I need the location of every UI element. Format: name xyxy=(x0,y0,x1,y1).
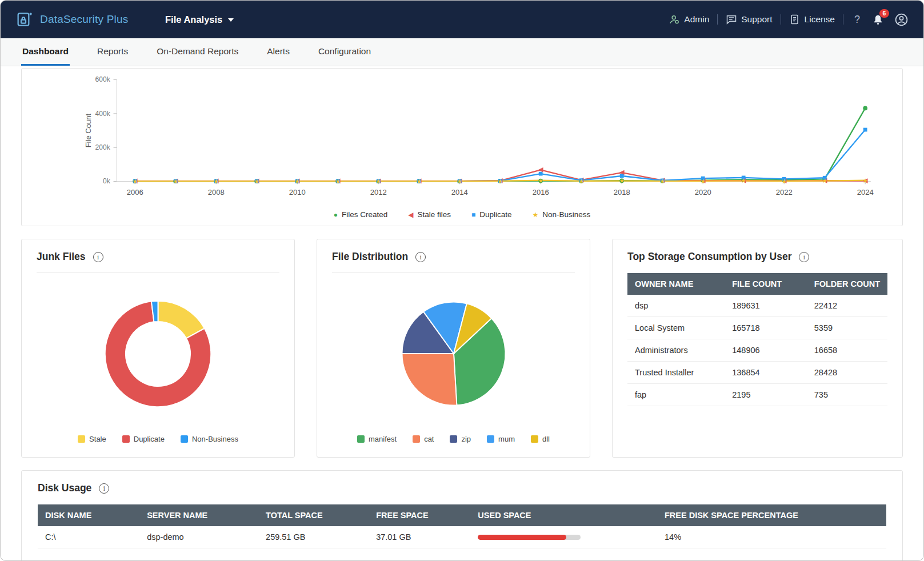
info-icon[interactable] xyxy=(799,252,809,262)
help-icon[interactable] xyxy=(851,14,863,25)
svg-text:2008: 2008 xyxy=(208,188,225,197)
legend-item[interactable]: zip xyxy=(450,435,471,443)
used-space-bar-fill xyxy=(478,535,566,540)
table-cell: 189631 xyxy=(725,295,807,317)
svg-text:★: ★ xyxy=(659,178,665,185)
svg-text:★: ★ xyxy=(173,178,178,185)
tab-dashboard[interactable]: Dashboard xyxy=(21,38,70,66)
top-storage-table-head: OWNER NAMEFILE COUNTFOLDER COUNT xyxy=(627,273,887,295)
svg-text:★: ★ xyxy=(619,177,625,184)
svg-text:2016: 2016 xyxy=(533,188,549,197)
svg-text:★: ★ xyxy=(294,178,300,185)
table-cell: 5359 xyxy=(807,317,887,339)
module-label: File Analysis xyxy=(165,14,222,25)
used-space-bar xyxy=(478,535,581,540)
legend-swatch xyxy=(487,435,494,443)
brand[interactable]: DataSecurity Plus xyxy=(15,10,145,29)
disk-usage-table-head: DISK NAMESERVER NAMETOTAL SPACEFREE SPAC… xyxy=(38,504,886,526)
notification-count-badge: 6 xyxy=(879,9,889,18)
disk-usage-panel: Disk Usage DISK NAMESERVER NAMETOTAL SPA… xyxy=(21,470,903,561)
legend-label: mum xyxy=(498,435,515,443)
star-marker-icon: ★ xyxy=(533,211,539,218)
file-distribution-panel: File Distribution manifestcatzipmumdll xyxy=(317,239,590,458)
legend-item[interactable]: Stale xyxy=(78,435,106,443)
svg-text:★: ★ xyxy=(416,178,422,185)
info-icon[interactable] xyxy=(93,252,103,262)
admin-label: Admin xyxy=(684,14,709,25)
top-storage-panel: Top Storage Consumption by User OWNER NA… xyxy=(612,239,903,458)
tab-configuration[interactable]: Configuration xyxy=(317,38,372,66)
table-cell: Trusted Installer xyxy=(627,362,725,384)
top-storage-table-body: dsp18963122412Local System1657185359Admi… xyxy=(627,295,887,406)
legend-item[interactable]: ★Non-Business xyxy=(533,210,591,219)
tab-alerts[interactable]: Alerts xyxy=(266,38,291,66)
svg-text:2014: 2014 xyxy=(451,188,468,197)
svg-text:200k: 200k xyxy=(95,143,111,151)
account-icon[interactable] xyxy=(894,13,909,27)
file-distribution-title: File Distribution xyxy=(332,251,408,263)
svg-text:600k: 600k xyxy=(95,75,111,83)
svg-text:400k: 400k xyxy=(95,110,111,118)
square-marker-icon: ■ xyxy=(471,211,475,218)
junk-files-donut xyxy=(99,295,217,412)
column-header: OWNER NAME xyxy=(627,273,725,295)
support-menu[interactable]: Support xyxy=(726,14,772,25)
junk-files-panel: Junk Files StaleDuplicateNon-Business xyxy=(21,239,295,458)
svg-text:2010: 2010 xyxy=(289,188,306,197)
file-trend-legend: ●Files Created◀Stale files■Duplicate★Non… xyxy=(30,208,894,223)
file-distribution-legend: manifestcatzipmumdll xyxy=(332,435,575,446)
legend-item[interactable]: Duplicate xyxy=(122,435,165,443)
legend-item[interactable]: cat xyxy=(413,435,434,443)
admin-menu[interactable]: Admin xyxy=(669,14,709,25)
table-cell: 259.51 GB xyxy=(258,526,369,548)
column-header: TOTAL SPACE xyxy=(258,504,369,526)
dashboard-content: 0k200k400k600kFile Count2006200820102012… xyxy=(1,66,923,561)
info-icon[interactable] xyxy=(99,483,109,494)
divider xyxy=(717,14,718,25)
legend-item[interactable]: ◀Stale files xyxy=(408,210,451,219)
license-document-icon xyxy=(789,14,801,25)
tab-on-demand-reports[interactable]: On-Demand Reports xyxy=(155,38,239,66)
free-percent-cell: 14% xyxy=(657,526,886,548)
legend-swatch xyxy=(531,435,538,443)
legend-label: Stale xyxy=(89,435,106,443)
svg-text:2012: 2012 xyxy=(370,188,387,197)
table-cell: fap xyxy=(627,384,725,406)
disk-usage-title: Disk Usage xyxy=(38,482,91,494)
svg-text:0k: 0k xyxy=(103,177,111,185)
module-selector[interactable]: File Analysis xyxy=(165,14,234,25)
legend-label: Duplicate xyxy=(134,435,165,443)
legend-item[interactable]: ●Files Created xyxy=(334,210,388,219)
disk-usage-table: DISK NAMESERVER NAMETOTAL SPACEFREE SPAC… xyxy=(38,504,886,548)
table-cell: Administrators xyxy=(627,339,725,362)
table-cell: 165718 xyxy=(725,317,807,339)
table-row: C:\dsp-demo259.51 GB37.01 GB14% xyxy=(38,526,886,548)
table-cell: 136854 xyxy=(725,362,807,384)
legend-swatch xyxy=(357,435,365,443)
legend-item[interactable]: ■Duplicate xyxy=(471,210,512,219)
column-header: DISK NAME xyxy=(38,504,139,526)
legend-item[interactable]: manifest xyxy=(357,435,397,443)
legend-item[interactable]: dll xyxy=(531,435,550,443)
table-cell: 28428 xyxy=(807,362,887,384)
license-menu[interactable]: License xyxy=(789,14,835,25)
legend-label: Files Created xyxy=(342,210,387,219)
disk-usage-table-body: C:\dsp-demo259.51 GB37.01 GB14% xyxy=(38,526,886,548)
notifications-button[interactable]: 6 xyxy=(872,14,884,26)
svg-text:★: ★ xyxy=(781,178,787,185)
top-navbar: DataSecurity Plus File Analysis Admin xyxy=(1,1,923,38)
svg-text:2022: 2022 xyxy=(776,188,793,197)
chat-bubble-icon xyxy=(726,14,737,25)
app-window: DataSecurity Plus File Analysis Admin xyxy=(0,0,924,561)
circle-marker-icon: ● xyxy=(334,211,338,218)
table-row: dsp18963122412 xyxy=(627,295,887,317)
legend-label: Non-Business xyxy=(192,435,238,443)
table-cell: dsp-demo xyxy=(139,526,258,548)
legend-swatch xyxy=(413,435,420,443)
svg-text:★: ★ xyxy=(335,178,341,185)
legend-item[interactable]: mum xyxy=(487,435,515,443)
info-icon[interactable] xyxy=(415,252,426,262)
legend-item[interactable]: Non-Business xyxy=(181,435,238,443)
tab-reports[interactable]: Reports xyxy=(96,38,129,66)
table-cell: Local System xyxy=(627,317,725,339)
